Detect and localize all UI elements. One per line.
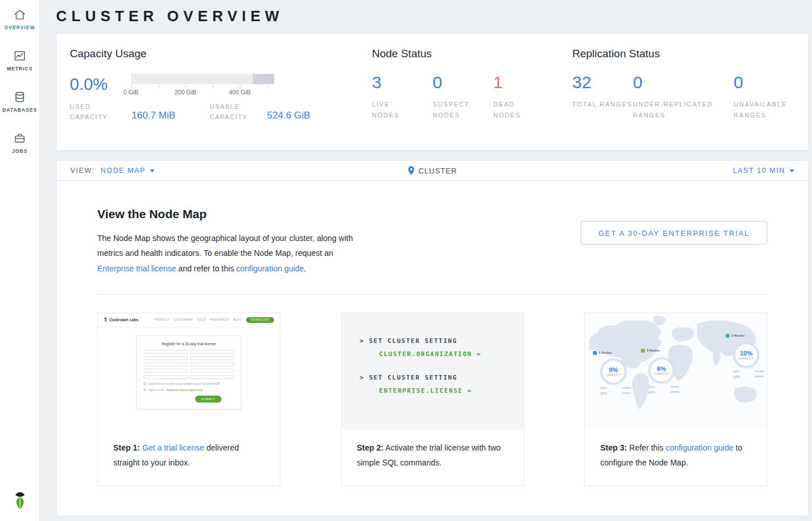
locality-chip: 3 Nodes [726, 334, 744, 338]
node-map-description: The Node Map shows the geographical layo… [97, 231, 365, 276]
step-1-caption: Step 1: Get a trial license delivered st… [98, 429, 280, 486]
dead-nodes-value: 1 [493, 74, 554, 91]
enterprise-trial-button[interactable]: GET A 30-DAY ENTERPRISE TRIAL [581, 221, 767, 244]
tick-label: 0 GiB [124, 89, 138, 96]
locality-chip: 3 Nodes [641, 349, 660, 353]
node-map-heading: View the Node Map [97, 207, 365, 221]
mini-site-logo-text: Cockroach Labs [109, 318, 138, 322]
live-nodes-label: LIVE NODES [372, 99, 419, 120]
node-status-section: Node Status 3 LIVE NODES 0 SUSPECT NODES… [372, 48, 572, 150]
capacity-usage-section: Capacity Usage 0.0% [70, 48, 372, 150]
node-map-panel: VIEW: NODE MAP CLUSTER LAST 10 MIN [56, 160, 809, 516]
sidebar-item-label: DATABASES [2, 107, 37, 113]
configuration-guide-link[interactable]: configuration guide [666, 443, 733, 452]
locality-dot-icon [726, 334, 730, 338]
view-selector-dropdown[interactable]: NODE MAP [101, 167, 155, 175]
tick-label: 400 GiB [229, 89, 251, 96]
sql-setting-name: ENTERPRISE.LICENSE = [379, 387, 524, 394]
home-icon [13, 8, 26, 21]
step-label: Step 2: [357, 443, 384, 452]
unavailable-ranges-value: 0 [734, 74, 808, 91]
total-ranges-stat: 32 TOTAL RANGES [572, 74, 633, 120]
step-3-image: 3 Nodes 9% CAPACITY CPU QPS [585, 313, 767, 429]
locality-dot-icon [641, 349, 645, 353]
step-label: Step 3: [600, 443, 627, 452]
sidebar-item-label: OVERVIEW [5, 25, 35, 30]
gauge-percent: 10% [740, 350, 752, 357]
map-pin-icon [407, 166, 414, 175]
sql-command-line: > SET CLUSTER SETTING [360, 337, 524, 345]
node-map-preview: 3 Nodes 9% CAPACITY CPU QPS [585, 313, 767, 429]
unavailable-ranges-stat: 0 UNAVAILABLE RANGES [734, 74, 808, 120]
live-nodes-stat: 3 LIVE NODES [372, 74, 433, 120]
caption-text: Refer this [627, 443, 666, 452]
description-text: . [304, 264, 306, 273]
description-text: The Node Map shows the geographical layo… [97, 234, 353, 258]
gauge-label: CAPACITY [654, 373, 669, 376]
get-trial-license-link[interactable]: Get a trial license [142, 443, 204, 452]
step-label: Step 1: [113, 443, 140, 452]
tick-label: 200 GiB [175, 89, 196, 96]
capacity-axis: 0 GiB 200 GiB 400 GiB [131, 85, 274, 97]
total-ranges-value: 32 [572, 74, 633, 91]
unavailable-ranges-label: UNAVAILABLE RANGES [734, 99, 799, 120]
cluster-breadcrumb-label: CLUSTER [418, 167, 457, 175]
suspect-nodes-label: SUSPECT NODES [433, 99, 480, 120]
cluster-summary-panel: Capacity Usage 0.0% [56, 33, 809, 151]
step-1-card: Cockroach Labs PRODUCT CUSTOMERS DOCS RE… [97, 313, 280, 486]
main-content: CLUSTER OVERVIEW Capacity Usage 0.0% [40, 0, 812, 521]
node-status-title: Node Status [372, 48, 572, 60]
used-capacity-value: 160.7 MiB [132, 110, 176, 121]
license-agreement-link: Software License Agreement [166, 388, 203, 392]
under-replicated-ranges-label: UNDER-REPLICATED RANGES [633, 99, 722, 120]
metrics-icon [13, 49, 26, 62]
capacity-usage-title: Capacity Usage [70, 48, 372, 60]
sql-command-line: > SET CLUSTER SETTING [360, 374, 524, 381]
gauge-label: CAPACITY [606, 374, 621, 377]
node-map-content: View the Node Map The Node Map shows the… [57, 181, 808, 486]
agree-checkbox-row: I agree to the Software License Agreemen… [144, 388, 234, 392]
cockroach-logo[interactable] [12, 491, 28, 512]
sidebar-item-jobs[interactable]: JOBS [0, 132, 40, 154]
sidebar-item-label: METRICS [7, 66, 33, 72]
cluster-breadcrumb: CLUSTER [407, 166, 457, 175]
chevron-down-icon [150, 169, 155, 172]
cockroach-logo-icon [104, 317, 108, 322]
chevron-down-icon [790, 169, 794, 172]
agree-checkbox-label: I agree to the [148, 388, 164, 392]
view-bar: VIEW: NODE MAP CLUSTER LAST 10 MIN [57, 161, 808, 181]
mini-site-nav: PRODUCT CUSTOMERS DOCS RESOURCES BLOG [155, 318, 241, 321]
under-replicated-ranges-value: 0 [633, 74, 734, 91]
trial-site-screenshot: Cockroach Labs PRODUCT CUSTOMERS DOCS RE… [98, 313, 280, 429]
mini-site-download-button: DOWNLOAD [246, 317, 274, 323]
trial-form-submit-button: SUBMIT [195, 396, 221, 402]
capacity-gauge: 9% CAPACITY CPU QPS [600, 358, 631, 395]
view-label: VIEW: [70, 167, 95, 175]
usable-capacity-value: 524.6 GiB [267, 110, 311, 121]
capacity-bar-segment [253, 74, 275, 84]
configuration-guide-link[interactable]: configuration guide [236, 264, 304, 273]
gauge-percent: 9% [609, 366, 618, 373]
app-root: OVERVIEW METRICS DATABASES JOBS [0, 0, 812, 521]
suspect-nodes-stat: 0 SUSPECT NODES [433, 74, 493, 120]
time-range-value: LAST 10 MIN [733, 167, 785, 175]
sql-setting-name: CLUSTER.ORGANIZATION = [379, 350, 524, 358]
locality-node-count: 3 Nodes [599, 351, 612, 354]
trial-form-title: Register for a 30-day trial license [144, 342, 234, 346]
databases-icon [13, 90, 26, 104]
capacity-percent: 0.0% [70, 74, 131, 93]
capacity-bar [131, 74, 274, 84]
time-range-dropdown[interactable]: LAST 10 MIN [733, 167, 794, 175]
locality-dot-icon [593, 351, 597, 355]
sidebar-item-label: JOBS [12, 148, 27, 154]
sidebar-item-overview[interactable]: OVERVIEW [0, 8, 40, 30]
under-replicated-ranges-stat: 0 UNDER-REPLICATED RANGES [633, 74, 734, 120]
sidebar-item-metrics[interactable]: METRICS [0, 49, 40, 72]
capacity-gauge: 6% CAPACITY CPU QPS [648, 357, 679, 394]
cockroach-logo-icon [12, 491, 28, 510]
enterprise-trial-license-link[interactable]: Enterprise trial license [97, 264, 176, 273]
sidebar-item-databases[interactable]: DATABASES [0, 90, 40, 113]
gauge-percent: 6% [657, 365, 666, 372]
mini-site-logo: Cockroach Labs [104, 317, 138, 322]
page-title: CLUSTER OVERVIEW [56, 0, 809, 33]
